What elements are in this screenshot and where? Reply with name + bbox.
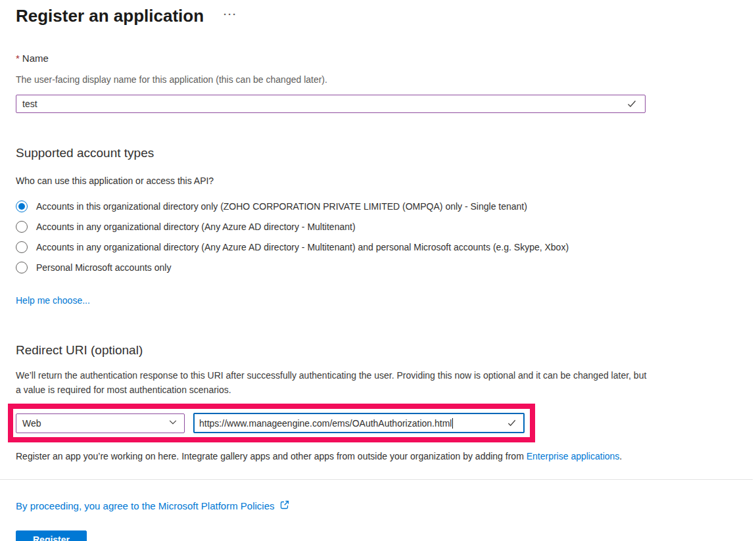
radio-option-single-tenant[interactable]: Accounts in this organizational director… (16, 196, 740, 216)
account-type-radio-group: Accounts in this organizational director… (16, 196, 740, 277)
radio-button-icon[interactable] (16, 200, 28, 212)
policy-link-text: By proceeding, you agree to the Microsof… (16, 500, 275, 511)
more-options-icon[interactable]: ··· (224, 9, 237, 20)
name-label-text: Name (22, 53, 49, 64)
redirect-uri-description: We’ll return the authentication response… (16, 368, 652, 397)
radio-option-label[interactable]: Accounts in any organizational directory… (36, 242, 569, 252)
checkmark-icon (626, 99, 637, 109)
radio-button-icon[interactable] (16, 221, 28, 233)
redirect-uri-value: https://www.manageengine.com/ems/OAuthAu… (199, 418, 452, 429)
name-input[interactable]: test (16, 95, 646, 113)
annotation-highlight-box: Web https://www.manageengine.com/ems/OAu… (8, 404, 535, 442)
radio-option-multitenant-personal[interactable]: Accounts in any organizational directory… (16, 237, 740, 257)
help-me-choose-link[interactable]: Help me choose... (16, 295, 90, 306)
platform-selected-value: Web (22, 418, 41, 429)
external-link-icon (279, 500, 290, 512)
radio-option-label[interactable]: Accounts in this organizational director… (36, 201, 527, 212)
radio-option-multitenant[interactable]: Accounts in any organizational directory… (16, 216, 740, 237)
redirect-uri-heading: Redirect URI (optional) (16, 343, 740, 358)
name-field-description: The user-facing display name for this ap… (16, 74, 740, 85)
page-header: Register an application ··· (16, 4, 740, 28)
register-application-page: Register an application ··· *Name The us… (0, 4, 756, 541)
platform-policies-link[interactable]: By proceeding, you agree to the Microsof… (16, 500, 290, 512)
name-input-value: test (22, 99, 37, 109)
page-title: Register an application (16, 4, 204, 28)
radio-option-label[interactable]: Personal Microsoft accounts only (36, 262, 171, 273)
chevron-down-icon (168, 417, 177, 429)
enterprise-applications-link[interactable]: Enterprise applications (527, 451, 620, 461)
redirect-uri-input[interactable]: https://www.manageengine.com/ems/OAuthAu… (193, 413, 525, 433)
note-period: . (619, 451, 622, 461)
name-field-label: *Name (16, 53, 740, 64)
text-caret (452, 418, 453, 429)
radio-button-icon[interactable] (16, 262, 28, 273)
register-button[interactable]: Register (16, 530, 87, 541)
footer-divider (0, 479, 753, 480)
radio-option-label[interactable]: Accounts in any organizational directory… (36, 222, 356, 232)
checkmark-icon (507, 418, 517, 428)
radio-option-personal-only[interactable]: Personal Microsoft accounts only (16, 257, 740, 277)
platform-select-dropdown[interactable]: Web (16, 413, 185, 433)
supported-account-types-heading: Supported account types (16, 146, 740, 160)
account-types-question: Who can use this application or access t… (16, 176, 740, 186)
required-asterisk: * (16, 53, 20, 64)
note-text: Register an app you’re working on here. … (16, 451, 527, 461)
register-note: Register an app you’re working on here. … (16, 451, 740, 461)
radio-button-icon[interactable] (16, 241, 28, 253)
